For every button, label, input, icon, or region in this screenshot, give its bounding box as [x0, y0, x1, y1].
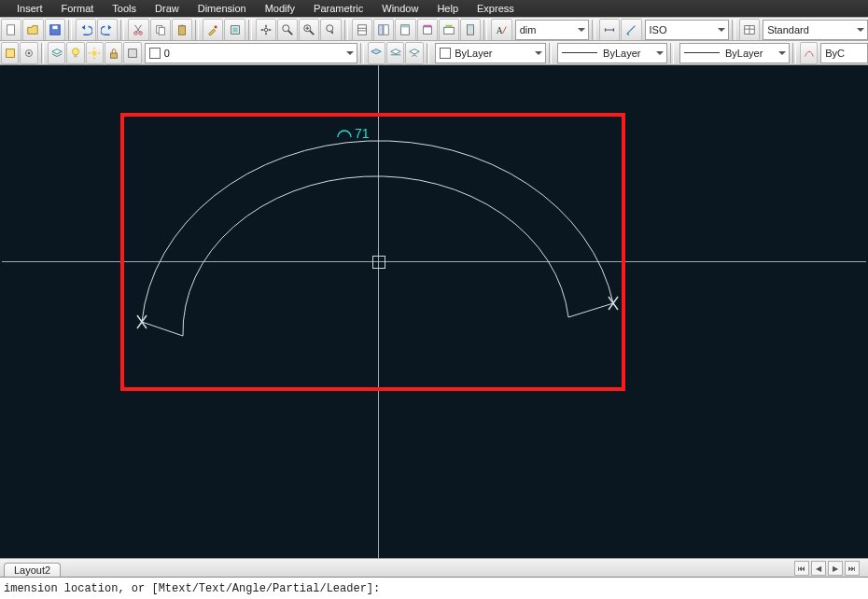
separator — [120, 20, 124, 40]
properties-button[interactable] — [352, 19, 372, 41]
toolbar-row-1: A dim ISO Standard — [0, 17, 868, 42]
block-editor-button[interactable] — [224, 19, 245, 41]
color-dropdown[interactable]: ByLayer — [435, 43, 545, 63]
menu-format[interactable]: Format — [52, 2, 104, 15]
lineweight-dropdown[interactable]: ByLayer — [679, 43, 790, 63]
menu-dimension[interactable]: Dimension — [189, 2, 256, 15]
design-center-button[interactable] — [373, 19, 394, 41]
menu-help[interactable]: Help — [427, 2, 468, 15]
separator — [670, 43, 674, 63]
annoscale-icon-button[interactable] — [621, 19, 641, 41]
undo-button[interactable] — [76, 19, 96, 41]
save-button[interactable] — [45, 19, 65, 41]
ws-toggle-a-button[interactable] — [1, 42, 19, 64]
toolbar-row-2: 0 ByLayer ByLayer ByLayer ByC — [0, 40, 868, 65]
tab-next-button[interactable]: ▶ — [828, 561, 843, 576]
chevron-down-icon — [656, 51, 664, 59]
menu-express[interactable]: Express — [468, 2, 524, 15]
zoom-window-button[interactable] — [299, 19, 319, 41]
layer-sun-icon[interactable] — [86, 42, 104, 64]
cut-button[interactable] — [128, 19, 148, 41]
separator — [483, 20, 487, 40]
menu-bar: Insert Format Tools Draw Dimension Modif… — [0, 0, 868, 17]
ws-settings-button[interactable] — [20, 42, 37, 64]
layer-print-icon[interactable] — [123, 42, 141, 64]
command-line[interactable]: imension location, or [Mtext/Text/Angle/… — [0, 577, 868, 599]
sheet-set-button[interactable] — [417, 19, 438, 41]
svg-rect-22 — [357, 24, 366, 35]
menu-parametric[interactable]: Parametric — [304, 2, 372, 15]
layer-prev-button[interactable] — [405, 42, 423, 64]
separator — [792, 43, 796, 63]
command-prompt-text: imension location, or [Mtext/Text/Angle/… — [4, 582, 380, 595]
svg-rect-42 — [74, 54, 77, 57]
markup-button[interactable] — [439, 19, 459, 41]
lineweight-preview-icon — [684, 52, 720, 53]
plotstyle-value: ByC — [825, 48, 845, 59]
layer-iso-button[interactable] — [386, 42, 404, 64]
highlight-rectangle — [120, 113, 625, 391]
menu-draw[interactable]: Draw — [146, 2, 189, 15]
new-button[interactable] — [1, 19, 21, 41]
svg-rect-25 — [379, 24, 383, 35]
copy-button[interactable] — [150, 19, 171, 41]
menu-tools[interactable]: Tools — [103, 2, 146, 15]
chevron-down-icon — [718, 28, 725, 35]
chevron-down-icon — [578, 28, 585, 35]
svg-point-21 — [326, 24, 332, 31]
separator — [248, 20, 252, 40]
layer-dropdown[interactable]: 0 — [145, 43, 357, 63]
separator — [592, 20, 595, 40]
quickcalc-button[interactable] — [460, 19, 481, 41]
menu-modify[interactable]: Modify — [256, 2, 304, 15]
text-style-dropdown[interactable]: ISO — [645, 20, 730, 40]
color-swatch — [440, 48, 451, 59]
paste-button[interactable] — [172, 19, 192, 41]
open-button[interactable] — [22, 19, 43, 41]
table-style-dropdown[interactable]: Standard — [763, 20, 868, 40]
zoom-realtime-button[interactable] — [277, 19, 298, 41]
linetype-dropdown[interactable]: ByLayer — [557, 43, 667, 63]
pan-button[interactable] — [256, 19, 276, 41]
svg-text:A: A — [497, 24, 503, 35]
text-style-value: ISO — [650, 24, 667, 35]
svg-rect-28 — [401, 24, 410, 27]
dim-style-dropdown[interactable]: dim — [515, 20, 589, 40]
tab-prev-button[interactable]: ◀ — [811, 561, 826, 576]
tab-first-button[interactable]: ⏮ — [794, 561, 809, 576]
chevron-down-icon — [778, 51, 786, 59]
drawing-area[interactable]: 71 — [2, 65, 866, 560]
dimstyle-icon-button[interactable] — [599, 19, 620, 41]
svg-point-40 — [28, 51, 31, 54]
svg-point-14 — [264, 28, 268, 32]
tablestyle-icon-button[interactable] — [739, 19, 760, 41]
match-prop-button[interactable] — [203, 19, 223, 41]
textstyle-icon-button[interactable]: A — [491, 19, 511, 41]
svg-line-16 — [288, 30, 292, 34]
tab-last-button[interactable]: ⏭ — [845, 561, 860, 576]
layer-prop-button[interactable] — [48, 42, 65, 64]
chevron-down-icon — [535, 51, 542, 59]
plotstyle-dropdown[interactable]: ByC — [820, 43, 868, 63]
svg-rect-33 — [469, 25, 473, 28]
redo-button[interactable] — [97, 19, 118, 41]
layer-bulb-icon[interactable] — [66, 42, 84, 64]
zoom-previous-button[interactable] — [320, 19, 341, 41]
menu-insert[interactable]: Insert — [7, 2, 52, 15]
layout-tab-layout2[interactable]: Layout2 — [4, 563, 61, 578]
plot-style-button[interactable] — [800, 42, 818, 64]
tool-palettes-button[interactable] — [395, 19, 415, 41]
dim-style-value: dim — [520, 24, 537, 35]
color-value: ByLayer — [455, 48, 492, 59]
layer-states-button[interactable] — [368, 42, 385, 64]
layer-lock-icon[interactable] — [105, 42, 122, 64]
svg-rect-10 — [180, 24, 184, 26]
separator — [68, 20, 72, 40]
svg-point-43 — [92, 50, 97, 55]
table-style-value: Standard — [767, 24, 809, 35]
separator — [360, 43, 364, 63]
svg-rect-31 — [444, 27, 455, 34]
svg-rect-30 — [423, 24, 431, 27]
svg-rect-38 — [6, 49, 14, 57]
menu-window[interactable]: Window — [372, 2, 427, 15]
